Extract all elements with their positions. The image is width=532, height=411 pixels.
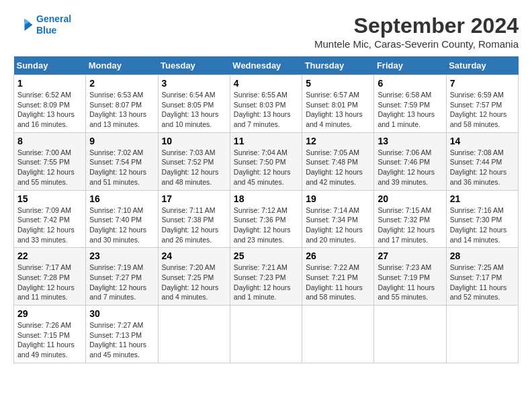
day-cell-26: 26Sunrise: 7:22 AM Sunset: 7:21 PM Dayli… <box>302 248 374 306</box>
day-cell-5: 5Sunrise: 6:57 AM Sunset: 8:01 PM Daylig… <box>302 75 374 133</box>
day-cell-15: 15Sunrise: 7:09 AM Sunset: 7:42 PM Dayli… <box>14 190 86 248</box>
day-number-14: 14 <box>450 136 515 146</box>
day-info-18: Sunrise: 7:12 AM Sunset: 7:36 PM Dayligh… <box>234 205 298 245</box>
day-cell-30: 30Sunrise: 7:27 AM Sunset: 7:13 PM Dayli… <box>86 306 158 363</box>
main-title: September 2024 <box>314 13 519 38</box>
day-info-26: Sunrise: 7:22 AM Sunset: 7:21 PM Dayligh… <box>306 263 370 302</box>
col-header-sunday: Sunday <box>14 56 86 75</box>
day-info-4: Sunrise: 6:55 AM Sunset: 8:03 PM Dayligh… <box>234 90 298 130</box>
day-cell-21: 21Sunrise: 7:16 AM Sunset: 7:30 PM Dayli… <box>446 190 518 248</box>
empty-cell <box>158 306 230 363</box>
week-row-1: 1Sunrise: 6:52 AM Sunset: 8:09 PM Daylig… <box>14 75 519 133</box>
day-number-2: 2 <box>89 78 154 89</box>
day-cell-4: 4Sunrise: 6:55 AM Sunset: 8:03 PM Daylig… <box>230 75 302 133</box>
day-cell-6: 6Sunrise: 6:58 AM Sunset: 7:59 PM Daylig… <box>374 75 446 133</box>
day-number-4: 4 <box>234 78 298 89</box>
day-number-18: 18 <box>234 193 298 204</box>
day-number-7: 7 <box>450 78 515 89</box>
day-number-15: 15 <box>17 193 82 204</box>
day-info-9: Sunrise: 7:02 AM Sunset: 7:54 PM Dayligh… <box>89 148 154 187</box>
day-cell-29: 29Sunrise: 7:26 AM Sunset: 7:15 PM Dayli… <box>14 306 86 363</box>
day-cell-17: 17Sunrise: 7:11 AM Sunset: 7:38 PM Dayli… <box>158 190 230 248</box>
day-cell-7: 7Sunrise: 6:59 AM Sunset: 7:57 PM Daylig… <box>446 75 518 133</box>
day-number-30: 30 <box>89 308 154 319</box>
day-cell-2: 2Sunrise: 6:53 AM Sunset: 8:07 PM Daylig… <box>86 75 158 133</box>
day-number-8: 8 <box>17 136 82 146</box>
day-number-20: 20 <box>378 193 442 204</box>
day-info-16: Sunrise: 7:10 AM Sunset: 7:40 PM Dayligh… <box>89 205 154 245</box>
day-cell-24: 24Sunrise: 7:20 AM Sunset: 7:25 PM Dayli… <box>158 248 230 306</box>
day-cell-11: 11Sunrise: 7:04 AM Sunset: 7:50 PM Dayli… <box>230 132 302 190</box>
day-number-6: 6 <box>378 78 442 89</box>
day-cell-10: 10Sunrise: 7:03 AM Sunset: 7:52 PM Dayli… <box>158 132 230 190</box>
week-row-4: 22Sunrise: 7:17 AM Sunset: 7:28 PM Dayli… <box>14 248 519 306</box>
day-cell-8: 8Sunrise: 7:00 AM Sunset: 7:55 PM Daylig… <box>14 132 86 190</box>
day-cell-27: 27Sunrise: 7:23 AM Sunset: 7:19 PM Dayli… <box>374 248 446 306</box>
logo-text: General Blue <box>36 13 71 36</box>
day-cell-28: 28Sunrise: 7:25 AM Sunset: 7:17 PM Dayli… <box>446 248 518 306</box>
col-header-wednesday: Wednesday <box>230 56 302 75</box>
day-info-8: Sunrise: 7:00 AM Sunset: 7:55 PM Dayligh… <box>17 148 82 187</box>
day-number-28: 28 <box>450 250 515 261</box>
day-number-24: 24 <box>162 250 226 261</box>
day-info-11: Sunrise: 7:04 AM Sunset: 7:50 PM Dayligh… <box>234 148 298 187</box>
day-number-27: 27 <box>378 250 442 261</box>
col-header-tuesday: Tuesday <box>158 56 230 75</box>
logo: General Blue <box>13 13 71 36</box>
day-number-10: 10 <box>162 136 226 146</box>
col-header-thursday: Thursday <box>302 56 374 75</box>
day-info-15: Sunrise: 7:09 AM Sunset: 7:42 PM Dayligh… <box>17 205 82 245</box>
day-cell-25: 25Sunrise: 7:21 AM Sunset: 7:23 PM Dayli… <box>230 248 302 306</box>
day-info-14: Sunrise: 7:08 AM Sunset: 7:44 PM Dayligh… <box>450 148 515 187</box>
day-info-3: Sunrise: 6:54 AM Sunset: 8:05 PM Dayligh… <box>162 90 226 130</box>
day-cell-13: 13Sunrise: 7:06 AM Sunset: 7:46 PM Dayli… <box>374 132 446 190</box>
day-info-27: Sunrise: 7:23 AM Sunset: 7:19 PM Dayligh… <box>378 263 442 302</box>
day-info-5: Sunrise: 6:57 AM Sunset: 8:01 PM Dayligh… <box>306 90 370 130</box>
day-number-9: 9 <box>89 136 154 146</box>
calendar-table: SundayMondayTuesdayWednesdayThursdayFrid… <box>13 56 519 363</box>
empty-cell <box>302 306 374 363</box>
subtitle: Muntele Mic, Caras-Severin County, Roman… <box>314 38 519 50</box>
day-number-5: 5 <box>306 78 370 89</box>
day-number-17: 17 <box>162 193 226 204</box>
day-info-2: Sunrise: 6:53 AM Sunset: 8:07 PM Dayligh… <box>89 90 154 130</box>
title-section: September 2024 Muntele Mic, Caras-Severi… <box>314 13 519 50</box>
day-cell-20: 20Sunrise: 7:15 AM Sunset: 7:32 PM Dayli… <box>374 190 446 248</box>
day-number-25: 25 <box>234 250 298 261</box>
day-info-13: Sunrise: 7:06 AM Sunset: 7:46 PM Dayligh… <box>378 148 442 187</box>
day-number-1: 1 <box>17 78 82 89</box>
day-info-20: Sunrise: 7:15 AM Sunset: 7:32 PM Dayligh… <box>378 205 442 245</box>
day-cell-22: 22Sunrise: 7:17 AM Sunset: 7:28 PM Dayli… <box>14 248 86 306</box>
day-info-7: Sunrise: 6:59 AM Sunset: 7:57 PM Dayligh… <box>450 90 515 130</box>
day-cell-14: 14Sunrise: 7:08 AM Sunset: 7:44 PM Dayli… <box>446 132 518 190</box>
logo-icon <box>13 15 34 35</box>
day-number-19: 19 <box>306 193 370 204</box>
day-number-21: 21 <box>450 193 515 204</box>
day-number-11: 11 <box>234 136 298 146</box>
day-info-17: Sunrise: 7:11 AM Sunset: 7:38 PM Dayligh… <box>162 205 226 245</box>
day-cell-1: 1Sunrise: 6:52 AM Sunset: 8:09 PM Daylig… <box>14 75 86 133</box>
day-cell-12: 12Sunrise: 7:05 AM Sunset: 7:48 PM Dayli… <box>302 132 374 190</box>
day-info-29: Sunrise: 7:26 AM Sunset: 7:15 PM Dayligh… <box>17 320 82 360</box>
day-cell-19: 19Sunrise: 7:14 AM Sunset: 7:34 PM Dayli… <box>302 190 374 248</box>
day-cell-16: 16Sunrise: 7:10 AM Sunset: 7:40 PM Dayli… <box>86 190 158 248</box>
day-number-3: 3 <box>162 78 226 89</box>
week-row-3: 15Sunrise: 7:09 AM Sunset: 7:42 PM Dayli… <box>14 190 519 248</box>
col-header-saturday: Saturday <box>446 56 518 75</box>
day-info-12: Sunrise: 7:05 AM Sunset: 7:48 PM Dayligh… <box>306 148 370 187</box>
day-number-29: 29 <box>17 308 82 319</box>
day-cell-9: 9Sunrise: 7:02 AM Sunset: 7:54 PM Daylig… <box>86 132 158 190</box>
day-number-16: 16 <box>89 193 154 204</box>
day-info-28: Sunrise: 7:25 AM Sunset: 7:17 PM Dayligh… <box>450 263 515 302</box>
col-header-monday: Monday <box>86 56 158 75</box>
page-header: General Blue September 2024 Muntele Mic,… <box>13 13 519 50</box>
day-number-23: 23 <box>89 250 154 261</box>
col-header-friday: Friday <box>374 56 446 75</box>
day-cell-3: 3Sunrise: 6:54 AM Sunset: 8:05 PM Daylig… <box>158 75 230 133</box>
header-row: SundayMondayTuesdayWednesdayThursdayFrid… <box>14 56 519 75</box>
day-info-10: Sunrise: 7:03 AM Sunset: 7:52 PM Dayligh… <box>162 148 226 187</box>
day-info-21: Sunrise: 7:16 AM Sunset: 7:30 PM Dayligh… <box>450 205 515 245</box>
day-info-24: Sunrise: 7:20 AM Sunset: 7:25 PM Dayligh… <box>162 263 226 302</box>
day-info-6: Sunrise: 6:58 AM Sunset: 7:59 PM Dayligh… <box>378 90 442 130</box>
day-info-25: Sunrise: 7:21 AM Sunset: 7:23 PM Dayligh… <box>234 263 298 302</box>
